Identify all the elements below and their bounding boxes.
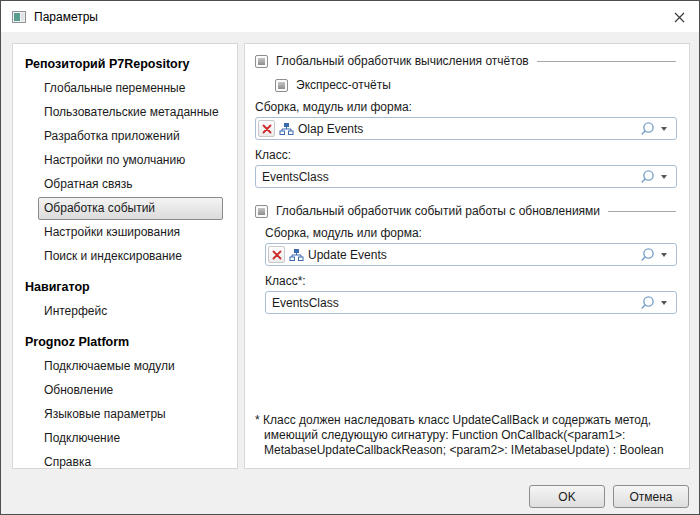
assembly-label-2: Сборка, модуль или форма:	[265, 226, 677, 240]
assembly-value-report-calc: Olap Events	[298, 122, 635, 136]
close-x-icon	[673, 11, 686, 24]
class-requirement-footnote: * Класс должен наследовать класс UpdateC…	[255, 413, 677, 458]
clear-red-x-icon	[262, 124, 272, 134]
module-hierarchy-icon	[279, 122, 294, 136]
nav-item-update[interactable]: Обновление	[38, 379, 223, 402]
search-icon[interactable]	[639, 169, 655, 185]
title-bar: Параметры	[1, 1, 699, 32]
separator-line	[608, 211, 676, 212]
assembly-picker-report-calc[interactable]: Olap Events	[255, 117, 677, 140]
assembly-picker-update-events[interactable]: Update Events	[265, 243, 677, 266]
nav-item-user-metadata[interactable]: Пользовательские метаданные	[38, 101, 223, 124]
clear-button[interactable]	[258, 120, 275, 137]
close-button[interactable]	[672, 10, 686, 24]
nav-item-connection[interactable]: Подключение	[38, 427, 223, 450]
nav-item-cache-settings[interactable]: Настройки кэширования	[38, 221, 223, 244]
update-events-checkbox[interactable]	[255, 205, 268, 218]
dropdown-arrow-icon[interactable]	[661, 127, 667, 131]
assembly-value-update-events: Update Events	[308, 248, 635, 262]
checkbox-fill	[258, 58, 265, 65]
cancel-button[interactable]: Отмена	[613, 485, 689, 508]
nav-item-default-settings[interactable]: Настройки по умолчанию	[38, 149, 223, 172]
event-processing-page: Глобальный обработчик вычисления отчётов…	[244, 43, 690, 469]
assembly-label-1: Сборка, модуль или форма:	[255, 100, 677, 114]
app-window-icon	[11, 9, 27, 25]
class-value-update-events: EventsClass	[272, 296, 635, 310]
nav-item-search-indexing[interactable]: Поиск и индексирование	[38, 245, 223, 268]
class-picker-report-calc[interactable]: EventsClass	[255, 165, 677, 188]
nav-item-language-settings[interactable]: Языковые параметры	[38, 403, 223, 426]
settings-dialog: Параметры Репозиторий P7Repository Глоба…	[0, 0, 700, 515]
checkbox-fill	[278, 82, 285, 89]
nav-item-plugin-modules[interactable]: Подключаемые модули	[38, 355, 223, 378]
express-reports-row: Экспресс-отчёты	[275, 78, 677, 92]
window-title: Параметры	[34, 10, 98, 24]
checkbox-fill	[258, 208, 265, 215]
nav-section-prognoz-platform: Prognoz Platform	[25, 335, 229, 349]
report-calc-checkbox[interactable]	[255, 55, 268, 68]
class-picker-update-events[interactable]: EventsClass	[265, 291, 677, 314]
group-report-calc-header: Глобальный обработчик вычисления отчётов	[255, 54, 677, 68]
search-icon[interactable]	[639, 295, 655, 311]
search-icon[interactable]	[639, 247, 655, 263]
search-icon[interactable]	[639, 121, 655, 137]
nav-item-interface[interactable]: Интерфейс	[38, 300, 223, 323]
class-value-report-calc: EventsClass	[262, 170, 635, 184]
dropdown-arrow-icon[interactable]	[661, 175, 667, 179]
clear-button[interactable]	[268, 246, 285, 263]
nav-item-app-development[interactable]: Разработка приложений	[38, 125, 223, 148]
express-reports-label[interactable]: Экспресс-отчёты	[296, 78, 391, 92]
settings-nav-panel: Репозиторий P7Repository Глобальные пере…	[12, 43, 238, 469]
nav-item-event-processing[interactable]: Обработка событий	[38, 197, 223, 220]
ok-button[interactable]: OK	[529, 485, 605, 508]
nav-section-navigator: Навигатор	[25, 280, 229, 294]
module-hierarchy-icon	[289, 248, 304, 262]
separator-line	[537, 61, 676, 62]
group-update-events-header: Глобальный обработчик событий работы с о…	[255, 204, 677, 218]
class-label-2: Класс*:	[265, 274, 677, 288]
dropdown-arrow-icon[interactable]	[661, 301, 667, 305]
report-calc-label[interactable]: Глобальный обработчик вычисления отчётов	[276, 54, 529, 68]
update-events-label[interactable]: Глобальный обработчик событий работы с о…	[276, 204, 600, 218]
nav-item-feedback[interactable]: Обратная связь	[38, 173, 223, 196]
class-label-1: Класс:	[255, 148, 677, 162]
express-reports-checkbox[interactable]	[275, 79, 288, 92]
clear-red-x-icon	[272, 250, 282, 260]
nav-item-global-variables[interactable]: Глобальные переменные	[38, 77, 223, 100]
nav-section-repository: Репозиторий P7Repository	[25, 57, 229, 71]
nav-item-help[interactable]: Справка	[38, 451, 223, 474]
dropdown-arrow-icon[interactable]	[661, 253, 667, 257]
